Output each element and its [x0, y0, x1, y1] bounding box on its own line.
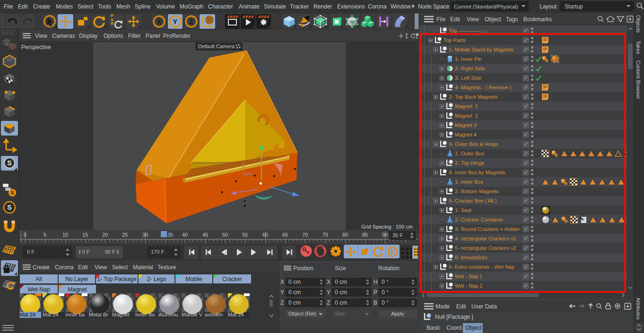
svg-text:P: P	[391, 249, 394, 256]
svg-text:Z: Z	[189, 18, 193, 26]
svg-text:S: S	[10, 190, 14, 196]
svg-text:Y: Y	[173, 18, 178, 26]
svg-text:X: X	[157, 18, 162, 26]
svg-text:S: S	[7, 159, 11, 167]
svg-text:S: S	[7, 204, 11, 211]
